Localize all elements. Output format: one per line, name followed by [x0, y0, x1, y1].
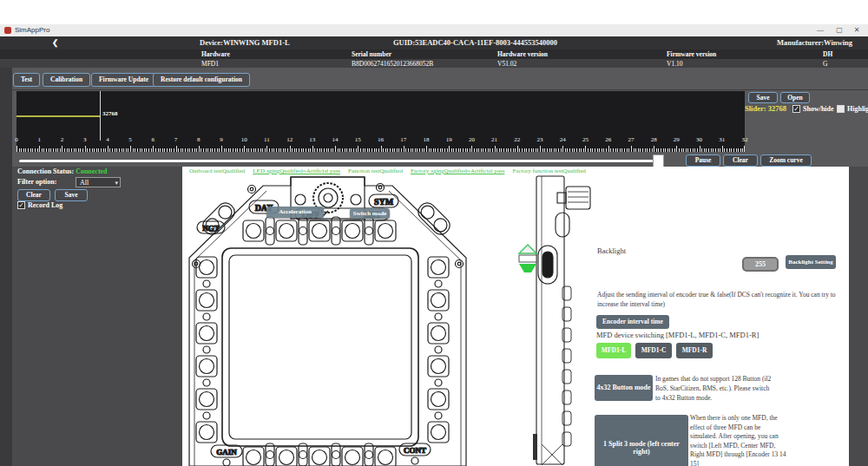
slider-value-line [16, 115, 100, 117]
col-serial: Serial number [352, 49, 391, 59]
curve-chart[interactable]: 32768 0123456789101112131415161718192021… [16, 91, 745, 152]
mfd1-l-button[interactable]: MFD1-L [596, 343, 631, 358]
device-name: Device:WINWING MFD1-L [200, 36, 290, 49]
backlight-value-input[interactable]: 255 [742, 257, 779, 272]
slider-value-label: Slider: 32768 [745, 104, 786, 113]
osb-left-column [196, 257, 217, 443]
mfd1-c-button[interactable]: MFD1-C [635, 343, 672, 358]
backlight-setting-button[interactable]: Backlight Setting [786, 255, 836, 269]
tab-calibration[interactable]: Calibration [43, 73, 90, 87]
sym-label: SYM [374, 197, 394, 207]
app-title: SimAppPro [15, 24, 49, 36]
title-bar: SimAppPro — ▢ ✕ [0, 24, 868, 37]
connection-status-label: Connection Status: [17, 167, 76, 175]
tab-test[interactable]: Test [13, 73, 40, 87]
encoder-interval-button[interactable]: Encoder interval time [596, 315, 669, 329]
connector-indicator-icon [519, 245, 536, 272]
osb-bottom-row [243, 443, 396, 466]
log-sidebar: Connection Status: Connected Filter opti… [12, 167, 182, 466]
marker-value: 32768 [102, 110, 118, 117]
split-3-mode-button[interactable]: 1 Split 3 mode (left center right) [595, 415, 688, 466]
osb-top-row [243, 217, 396, 245]
device-guid: GUID:53EADC40-CACA-11EF-8003-44455354000… [393, 36, 557, 49]
clear-log-button[interactable]: Clear [17, 189, 50, 201]
col-hardware: Hardware [201, 49, 230, 59]
filter-option-label: Filter option: [17, 178, 56, 186]
cursor-line [100, 91, 101, 141]
clear-curve-button[interactable]: Clear [723, 154, 758, 167]
save-log-button[interactable]: Save [55, 189, 88, 201]
mfd-switch-label: MFD device switching [MFD1-L, MFD1-C, MF… [596, 331, 759, 340]
gain-label: GAIN [216, 448, 237, 456]
note-split: When there is only one MFD, the effect o… [690, 414, 787, 466]
device-table-row[interactable]: MFD1 B8D00627416520123668052B V51.02 V1.… [0, 59, 868, 68]
chevron-down-icon: ▾ [115, 179, 118, 188]
osb-right-column [428, 257, 449, 443]
show-hide-checkbox[interactable]: ✓ [792, 105, 800, 113]
mfd-technical-drawing: OFF BRT DAY SYM NGT GAIN CONT [182, 174, 599, 466]
minimize-icon[interactable]: — [811, 24, 830, 36]
pause-button[interactable]: Pause [686, 154, 720, 167]
save-curve-button[interactable]: Save [748, 92, 778, 103]
time-ruler: 0123456789101112131415161718192021222324… [16, 136, 745, 152]
note-4x32: In games that do not support 128 Button … [655, 374, 775, 403]
maximize-icon[interactable]: ▢ [830, 24, 849, 36]
back-button[interactable]: ❮ [52, 36, 58, 49]
tab-restore-default[interactable]: Restore default configuration [153, 73, 250, 87]
highlight-checkbox[interactable] [837, 105, 845, 113]
mfd-front-view: OFF BRT DAY SYM NGT GAIN CONT [189, 177, 466, 466]
record-log-checkbox[interactable]: ✓ [17, 201, 25, 209]
left-edge-strip [0, 68, 12, 466]
tab-bar: Test Calibration Firmware Update Restore… [0, 68, 868, 89]
zoom-curve-button[interactable]: Zoom curve [760, 154, 812, 167]
filter-selected-value: All [80, 179, 89, 187]
col-fw-version: Firmware version [667, 49, 716, 59]
col-dh: DH [823, 49, 832, 59]
close-icon[interactable]: ✕ [847, 24, 866, 36]
device-header: ❮ Device:WINWING MFD1-L GUID:53EADC40-CA… [0, 36, 868, 49]
curve-panel: 32768 0123456789101112131415161718192021… [0, 89, 868, 167]
open-curve-button[interactable]: Open [780, 92, 810, 103]
manufacturer: Manufacturer:Winwing [777, 36, 852, 49]
button-mode-4x32[interactable]: 4x32 Button mode [595, 375, 653, 401]
cont-label: CONT [404, 446, 426, 455]
mfd1-r-button[interactable]: MFD1-R [676, 343, 713, 358]
curve-scrollbar-track[interactable] [19, 160, 654, 162]
switch-mode-button[interactable]: Switch mode [350, 208, 390, 219]
right-edge-strip [849, 167, 868, 466]
mfd-side-view [533, 176, 590, 465]
record-log-label: Record Log [28, 201, 62, 209]
highlight-label: Highlight [847, 105, 868, 113]
device-table-header: Hardware Serial number Hardware version … [0, 49, 868, 59]
tab-firmware-update[interactable]: Firmware Update [91, 73, 156, 87]
col-hw-version: Hardware version [497, 49, 548, 59]
connection-status-value: Connected [76, 167, 107, 175]
show-hide-label: Show/hide [803, 105, 834, 113]
backlight-label: Backlight [597, 246, 626, 256]
encoder-note: Adjust the sending interval of encoder t… [597, 290, 845, 309]
acceleration-button[interactable]: Acceleration [266, 207, 324, 218]
app-window: SimAppPro — ▢ ✕ ❮ Device:WINWING MFD1-L … [0, 0, 868, 466]
filter-select[interactable]: All ▾ [76, 177, 121, 187]
app-logo-icon [4, 27, 11, 34]
